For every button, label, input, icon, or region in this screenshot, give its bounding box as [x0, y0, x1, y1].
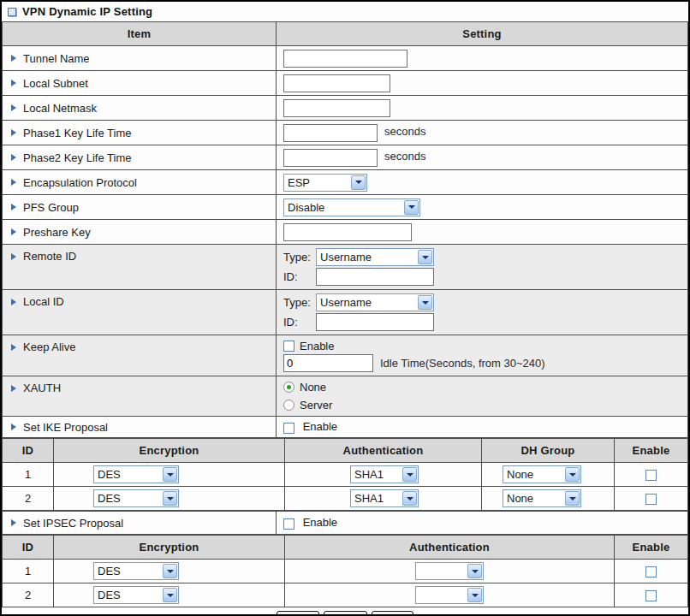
local-subnet-input[interactable] — [283, 74, 390, 92]
encapsulation-protocol-value: ESP — [288, 176, 310, 189]
dropdown-arrow-icon — [565, 491, 580, 506]
local-subnet-label: Local Subnet — [23, 77, 88, 90]
ike-row-2-authentication-select[interactable]: SHA1 — [350, 489, 419, 507]
ike-row-1-id: 1 — [3, 463, 54, 487]
ike-row-2-authentication-value: SHA1 — [354, 492, 384, 505]
local-netmask-label: Local Netmask — [23, 102, 97, 115]
ike-row-2-encryption-select[interactable]: DES — [93, 489, 179, 507]
bullet-icon — [11, 154, 16, 161]
xauth-label: XAUTH — [23, 382, 61, 394]
row-keep-alive: Keep Alive Enable Idle Time(Seconds, fro… — [3, 335, 688, 376]
window-icon — [8, 8, 16, 16]
keep-alive-idle-label: Idle Time(Seconds, from 30~240) — [380, 357, 545, 370]
remote-id-type-value: Username — [320, 251, 372, 264]
remote-id-id-label: ID: — [283, 270, 316, 283]
remote-id-type-select[interactable]: Username — [316, 248, 434, 266]
undo-button[interactable]: Undo — [324, 611, 367, 616]
local-netmask-input[interactable] — [283, 99, 390, 117]
set-ipsec-proposal-row: Set IPSEC Proposal Enable — [2, 511, 688, 535]
vpn-dynamic-ip-window: VPN Dynamic IP Setting Item Setting Tunn… — [0, 0, 690, 616]
table-header-row: Item Setting — [3, 22, 688, 46]
row-local-netmask: Local Netmask — [3, 96, 688, 121]
phase2-key-life-time-label: Phase2 Key Life Time — [23, 151, 131, 164]
dropdown-arrow-icon — [402, 467, 417, 482]
local-id-input[interactable] — [316, 313, 434, 331]
ike-row-2-dh-group-value: None — [507, 492, 533, 505]
ike-header-row: ID Encryption Authentication DH Group En… — [3, 439, 688, 463]
xauth-none-radio[interactable] — [283, 382, 294, 393]
ipsec-row-2: 2 DES — [3, 583, 688, 607]
bullet-icon — [11, 299, 16, 305]
ipsec-row-2-authentication-select[interactable] — [415, 586, 484, 604]
ike-row-1-dh-group-value: None — [507, 468, 533, 481]
titlebar: VPN Dynamic IP Setting — [2, 2, 688, 21]
set-ike-proposal-enable-checkbox[interactable] — [283, 423, 294, 434]
set-ipsec-proposal-enable-label: Enable — [303, 516, 337, 529]
ike-header-enable: Enable — [615, 439, 688, 463]
xauth-server-radio[interactable] — [283, 400, 294, 411]
row-set-ike-proposal: Set IKE Proposal Enable — [3, 417, 688, 438]
save-button[interactable]: Save — [277, 611, 319, 616]
phase2-unit-label: seconds — [384, 150, 425, 163]
set-ike-proposal-enable-label: Enable — [303, 420, 337, 433]
keep-alive-enable-checkbox[interactable] — [283, 341, 294, 352]
dropdown-arrow-icon — [418, 250, 432, 264]
ipsec-row-1: 1 DES — [3, 560, 688, 583]
phase1-unit-label: seconds — [384, 125, 425, 138]
tunnel-name-label: Tunnel Name — [23, 52, 90, 65]
phase1-key-life-time-label: Phase1 Key Life Time — [23, 127, 131, 139]
pfs-group-value: Disable — [288, 201, 324, 214]
bullet-icon — [11, 385, 16, 392]
ipsec-row-1-enable-checkbox[interactable] — [645, 566, 657, 578]
bullet-icon — [11, 344, 16, 351]
dropdown-arrow-icon — [565, 467, 580, 482]
ike-row-1-encryption-select[interactable]: DES — [93, 465, 179, 483]
preshare-key-input[interactable] — [283, 223, 412, 241]
ike-header-dh-group: DH Group — [482, 439, 615, 463]
ike-row-1-enable-checkbox[interactable] — [645, 470, 657, 481]
row-xauth: XAUTH None Server — [3, 376, 688, 417]
keep-alive-enable-label: Enable — [300, 340, 334, 352]
remote-id-input[interactable] — [316, 268, 434, 286]
bullet-icon — [11, 179, 16, 186]
keep-alive-label: Keep Alive — [23, 341, 75, 353]
phase2-key-life-time-input[interactable] — [283, 149, 378, 167]
phase1-key-life-time-input[interactable] — [283, 124, 378, 142]
encapsulation-protocol-select[interactable]: ESP — [283, 174, 367, 192]
dropdown-arrow-icon — [402, 491, 417, 506]
main-settings-table: Item Setting Tunnel Name Local Subnet Lo… — [2, 21, 688, 438]
back-button[interactable]: Back — [372, 611, 413, 616]
ike-row-2: 2 DES SHA1 None — [3, 487, 688, 511]
ike-row-1-dh-group-select[interactable]: None — [503, 465, 581, 483]
ike-row-2-enable-checkbox[interactable] — [645, 494, 657, 505]
ike-row-1-encryption-value: DES — [98, 468, 121, 481]
set-ike-proposal-label: Set IKE Proposal — [23, 421, 108, 434]
row-pfs-group: PFS Group Disable — [3, 195, 688, 220]
dropdown-arrow-icon — [418, 295, 432, 310]
bullet-icon — [11, 129, 16, 136]
ike-row-2-id: 2 — [3, 487, 54, 511]
set-ipsec-proposal-enable-checkbox[interactable] — [283, 518, 294, 530]
ipsec-row-1-encryption-select[interactable]: DES — [93, 562, 179, 580]
ipsec-row-2-encryption-select[interactable]: DES — [93, 586, 179, 604]
ipsec-row-2-enable-checkbox[interactable] — [645, 590, 657, 601]
ike-row-1: 1 DES SHA1 None — [3, 463, 688, 487]
ike-header-id: ID — [3, 439, 54, 463]
keep-alive-idle-input[interactable] — [283, 354, 373, 372]
ipsec-row-1-authentication-select[interactable] — [415, 562, 484, 580]
bullet-icon — [11, 55, 16, 62]
pfs-group-select[interactable]: Disable — [283, 198, 420, 216]
ipsec-header-encryption: Encryption — [54, 536, 285, 560]
ipsec-header-row: ID Encryption Authentication Enable — [3, 536, 688, 560]
dropdown-arrow-icon — [163, 467, 177, 482]
ike-row-1-authentication-select[interactable]: SHA1 — [350, 465, 419, 483]
bullet-icon — [11, 80, 16, 86]
row-remote-id: Remote ID Type: Username ID: — [3, 245, 688, 290]
ike-row-2-dh-group-select[interactable]: None — [503, 489, 581, 507]
local-id-type-value: Username — [320, 296, 372, 309]
tunnel-name-input[interactable] — [283, 50, 407, 68]
row-local-id: Local ID Type: Username ID: — [3, 290, 688, 335]
action-bar: Save Undo Back — [2, 607, 688, 616]
local-id-type-select[interactable]: Username — [316, 293, 434, 311]
ipsec-proposal-table: ID Encryption Authentication Enable 1 DE… — [2, 535, 688, 607]
